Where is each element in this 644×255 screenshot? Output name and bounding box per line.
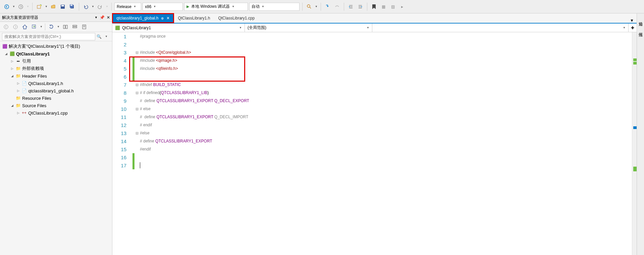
properties-icon[interactable] (80, 23, 88, 31)
expand-icon[interactable]: ▷ (16, 89, 20, 92)
undo-icon[interactable] (82, 3, 90, 11)
config-combo[interactable]: Release▼ (114, 3, 141, 11)
svg-point-0 (5, 5, 9, 9)
external-node[interactable]: ▷ 📁 外部依赖项 (0, 65, 112, 72)
svg-point-1 (19, 5, 23, 9)
editor-area: qtclasslibrary1_global.h ⊕ ✕ QtClassLibr… (112, 13, 637, 255)
fold-icon[interactable]: ⊟ (135, 131, 139, 135)
svg-rect-8 (70, 5, 72, 6)
code-editor[interactable]: 1#pragma once 2 3⊟#include <QtCore/qglob… (112, 32, 637, 255)
svg-rect-23 (73, 27, 77, 28)
pin-icon[interactable]: ⊕ (161, 16, 164, 20)
search-input[interactable] (2, 33, 95, 40)
step-into-icon[interactable] (324, 3, 332, 11)
auto-combo[interactable]: 自动▼ (249, 3, 300, 11)
save-all-icon[interactable] (68, 3, 76, 11)
cpp-file-icon: ++ (21, 111, 27, 115)
properties-tab[interactable]: 属性 (637, 28, 644, 32)
debug-button[interactable]: ▶本地 Windows 调试器▼ (184, 3, 248, 11)
home-back-icon[interactable] (2, 23, 10, 31)
expand-icon[interactable]: ▷ (16, 111, 20, 115)
nav-scope2-combo[interactable]: (全局范围) ▼ (245, 24, 372, 32)
svg-rect-21 (66, 25, 67, 29)
expand-icon[interactable]: ▷ (16, 82, 20, 85)
step-over-icon[interactable] (333, 3, 341, 11)
resources-node[interactable]: 📁 Resource Files (0, 94, 112, 102)
project-node[interactable]: ◢ 🟩 QtClassLibrary1 (0, 50, 112, 57)
fold-icon[interactable]: ⊟ (135, 107, 139, 111)
solution-explorer: 解决方案资源管理器 ▼ 📌 ✕ ▼ ▼ 🔍 ▼ (0, 13, 112, 255)
file-node[interactable]: ▷ 📄 qtclasslibrary1_global.h (0, 87, 112, 94)
tab-classlib-h[interactable]: QtClassLibrary1.h (174, 13, 214, 23)
nav-forward-dropdown-icon[interactable]: ▼ (26, 3, 30, 11)
nav-back-icon[interactable] (3, 3, 11, 11)
save-icon[interactable] (59, 3, 67, 11)
search-icon[interactable]: 🔍 (95, 34, 103, 39)
sources-node[interactable]: ◢ 📁 Source Files (0, 102, 112, 109)
redo-icon[interactable] (96, 3, 104, 11)
explorer-toolbar: ▼ ▼ (0, 22, 112, 32)
file-node[interactable]: ▷ 📄 QtClassLibrary1.h (0, 80, 112, 87)
collapse-all-icon[interactable] (71, 23, 79, 31)
sync-dropdown-icon[interactable]: ▼ (40, 23, 43, 31)
open-file-icon[interactable] (49, 3, 57, 11)
solution-icon: 🟪 (2, 44, 7, 49)
scrollbar-overview[interactable] (632, 32, 637, 255)
bookmark-icon[interactable] (370, 3, 378, 11)
home-fwd-icon[interactable] (11, 23, 19, 31)
explorer-title: 解决方案资源管理器 (2, 15, 38, 20)
nav-forward-icon[interactable] (17, 3, 25, 11)
close-icon[interactable]: ✕ (166, 16, 170, 20)
tabs-dropdown-icon[interactable]: ▼ (627, 18, 637, 23)
explorer-dropdown-icon[interactable]: ▼ (95, 16, 98, 19)
bookmark-next-icon[interactable]: ▸ (398, 3, 406, 11)
nav-member-combo[interactable]: ▼ (372, 24, 629, 32)
indent-less-icon[interactable] (347, 3, 355, 11)
collapse-icon[interactable]: ◢ (4, 52, 8, 55)
solution-node[interactable]: 🟪 解决方案"QtClassLibrary1"(1 个项目) (0, 43, 112, 50)
fold-icon[interactable]: ⊟ (135, 83, 139, 87)
folder-icon: 📁 (15, 74, 21, 78)
comment-icon[interactable]: ▦ (379, 3, 387, 11)
indent-more-icon[interactable] (356, 3, 364, 11)
split-view-icon[interactable]: ✚ (629, 26, 637, 30)
show-all-icon[interactable] (61, 23, 69, 31)
refresh-dropdown-icon[interactable]: ▼ (57, 23, 60, 31)
notifications-tab[interactable]: 通知 (637, 17, 644, 21)
find-icon[interactable] (305, 3, 313, 11)
sync-view-icon[interactable] (30, 23, 38, 31)
tab-classlib-cpp[interactable]: QtClassLibrary1.cpp (214, 13, 259, 23)
close-icon[interactable]: ✕ (107, 15, 110, 20)
headers-node[interactable]: ◢ 📁 Header Files (0, 72, 112, 80)
expand-icon[interactable]: ▷ (10, 67, 14, 70)
references-icon: ▪▪ (15, 59, 21, 63)
collapse-icon[interactable]: ◢ (10, 104, 14, 107)
redo-dropdown-icon[interactable]: ▼ (105, 3, 109, 11)
refresh-icon[interactable] (47, 23, 55, 31)
platform-combo[interactable]: x86▼ (143, 3, 183, 11)
tab-global-h[interactable]: qtclasslibrary1_global.h ⊕ ✕ (112, 13, 174, 23)
find-dropdown-icon[interactable]: ▼ (315, 3, 318, 11)
new-dropdown-icon[interactable]: ▼ (45, 3, 48, 11)
file-node[interactable]: ▷ ++ QtClassLibrary1.cpp (0, 109, 112, 117)
nav-scope-combo[interactable]: 🟩 QtClassLibrary1 ▼ (112, 24, 245, 32)
svg-point-18 (13, 25, 17, 29)
home-icon[interactable] (21, 23, 29, 31)
expand-icon[interactable]: ▷ (10, 59, 14, 63)
fold-icon[interactable]: ⊟ (135, 91, 139, 95)
folder-icon: 📁 (15, 66, 21, 71)
svg-line-10 (310, 7, 311, 8)
search-dropdown-icon[interactable]: ▼ (103, 35, 110, 38)
references-node[interactable]: ▷ ▪▪ 引用 (0, 57, 112, 65)
svg-point-3 (40, 5, 41, 6)
uncomment-icon[interactable]: ▨ (389, 3, 397, 11)
header-file-icon: 📄 (21, 88, 27, 93)
undo-dropdown-icon[interactable]: ▼ (91, 3, 95, 11)
collapse-icon[interactable]: ◢ (10, 74, 14, 78)
nav-back-dropdown-icon[interactable]: ▼ (12, 3, 15, 11)
project-icon: 🟩 (9, 51, 15, 56)
new-project-icon[interactable] (35, 3, 43, 11)
folder-icon: 📁 (15, 96, 21, 100)
fold-icon[interactable]: ⊟ (135, 50, 139, 55)
pin-icon[interactable]: 📌 (100, 15, 105, 20)
